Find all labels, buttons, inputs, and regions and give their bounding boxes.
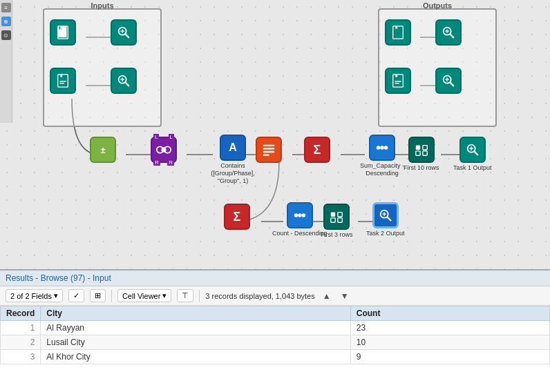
cell-count: 10	[350, 335, 549, 350]
sample1-label: First 10 rows	[404, 164, 439, 172]
table-row: 1 Al Rayyan 23	[1, 321, 550, 335]
table-header-row: Record City Count	[1, 306, 550, 321]
cell-count: 23	[350, 321, 549, 335]
node-select1[interactable]	[256, 137, 282, 163]
out-input2-icon[interactable]	[385, 68, 411, 94]
col-count: Count	[350, 306, 549, 321]
results-title: Results - Browse (97) - Input	[6, 273, 111, 283]
grid-btn[interactable]: ⊞	[90, 289, 106, 302]
svg-rect-36	[416, 151, 420, 155]
viewer-label: Cell Viewer	[122, 292, 160, 300]
svg-rect-54	[331, 213, 335, 217]
fields-label: 2 of 2 Fields	[10, 292, 52, 300]
side-btn-2[interactable]: ⊕	[1, 17, 11, 26]
join-icon[interactable]: L L R R	[151, 137, 177, 163]
cell-record: 3	[1, 350, 41, 364]
node-formula[interactable]: ±	[90, 137, 116, 163]
svg-point-31	[377, 146, 381, 150]
results-toolbar: 2 of 2 Fields ▾ ✓ ⊞ Cell Viewer ▾ ⊤ 3 re…	[0, 286, 550, 306]
sep2	[199, 290, 200, 302]
svg-point-33	[384, 146, 388, 150]
svg-rect-34	[416, 146, 420, 150]
outputs-group-label: Outputs	[423, 1, 452, 10]
out-input1-icon[interactable]	[385, 19, 411, 46]
cell-count: 9	[350, 350, 549, 364]
inputs-group-label: Inputs	[91, 1, 114, 10]
out-browse2-icon[interactable]	[435, 68, 462, 94]
fields-dropdown[interactable]: 2 of 2 Fields ▾	[6, 289, 63, 302]
formula-icon[interactable]: ±	[90, 137, 116, 163]
svg-rect-30	[263, 154, 269, 155]
node-out-browse2[interactable]	[435, 68, 462, 94]
select1-icon[interactable]	[256, 137, 282, 163]
node-out-input1[interactable]	[385, 19, 411, 46]
sample1-icon[interactable]	[408, 137, 435, 163]
side-btn-3[interactable]: ⊙	[1, 30, 11, 40]
node-input2[interactable]	[50, 68, 76, 94]
input2-icon[interactable]	[50, 68, 76, 94]
cell-city: Al Rayyan	[41, 321, 350, 335]
filter-label: Contains ([Group/Phase], "Group", 1)	[202, 162, 264, 184]
node-sum2[interactable]: Σ	[224, 204, 250, 230]
svg-rect-18	[58, 75, 68, 87]
table-row: 3 Al Khor City 9	[1, 350, 550, 364]
svg-rect-28	[263, 148, 275, 149]
output1-icon[interactable]	[459, 137, 486, 163]
results-table: Record City Count 1 Al Rayyan 23 2 Lusai…	[0, 306, 550, 364]
side-btn-1[interactable]: ≡	[1, 3, 11, 12]
node-sample1[interactable]: First 10 rows	[404, 137, 439, 172]
node-browse2[interactable]	[111, 68, 137, 94]
check-btn[interactable]: ✓	[68, 289, 84, 302]
col-city: City	[41, 306, 350, 321]
output1-label: Task 1 Output	[453, 164, 492, 172]
input1-icon[interactable]	[50, 19, 76, 46]
svg-rect-56	[331, 218, 335, 222]
table-row: 2 Lusail City 10	[1, 335, 550, 350]
svg-point-52	[298, 213, 302, 217]
browse1-icon[interactable]	[111, 19, 137, 46]
sum1-icon[interactable]: Σ	[304, 137, 330, 163]
svg-rect-27	[263, 145, 275, 146]
node-browse1[interactable]	[111, 19, 137, 46]
cell-city: Lusail City	[41, 335, 350, 350]
output2-icon[interactable]	[372, 202, 399, 228]
node-join[interactable]: L L R R	[151, 137, 177, 163]
sep1	[111, 290, 112, 302]
records-info: 3 records displayed, 1,043 bytes	[205, 292, 314, 300]
node-sort2[interactable]: Count - Descending	[272, 202, 328, 237]
table-container: Record City Count 1 Al Rayyan 23 2 Lusai…	[0, 306, 550, 364]
node-output2[interactable]: Task 2 Output	[366, 202, 405, 237]
node-out-browse1[interactable]	[435, 19, 462, 46]
sort-down-btn[interactable]: ▼	[339, 291, 351, 302]
out-browse1-icon[interactable]	[435, 19, 462, 46]
svg-point-51	[294, 213, 298, 217]
browse2-icon[interactable]	[111, 68, 137, 94]
node-input1[interactable]	[50, 19, 76, 46]
col-record: Record	[1, 306, 41, 321]
svg-rect-41	[393, 26, 404, 39]
sort1-icon[interactable]	[369, 135, 395, 161]
svg-rect-57	[338, 218, 342, 222]
sort1-label: Sum_Capacity - Descending	[354, 162, 410, 177]
svg-rect-37	[423, 151, 427, 155]
node-sample2[interactable]: First 3 rows	[321, 204, 353, 239]
filter-icon[interactable]: A	[220, 135, 246, 161]
filter-btn[interactable]: ⊤	[177, 289, 193, 302]
node-sort1[interactable]: Sum_Capacity - Descending	[354, 135, 410, 177]
cell-city: Al Khor City	[41, 350, 350, 364]
cell-viewer-dropdown[interactable]: Cell Viewer ▾	[117, 289, 171, 302]
node-filter[interactable]: A Contains ([Group/Phase], "Group", 1)	[202, 135, 264, 184]
table-body: 1 Al Rayyan 23 2 Lusail City 10 3 Al Kho…	[1, 321, 550, 364]
cell-record: 1	[1, 321, 41, 335]
results-header: Results - Browse (97) - Input	[0, 271, 550, 286]
fields-chevron-icon: ▾	[54, 291, 58, 300]
side-toolbar: ≡ ⊕ ⊙	[0, 0, 12, 123]
sample2-icon[interactable]	[323, 204, 350, 230]
node-sum1[interactable]: Σ	[304, 137, 330, 163]
node-out-input2[interactable]	[385, 68, 411, 94]
node-output1[interactable]: Task 1 Output	[453, 137, 492, 172]
sort2-icon[interactable]	[287, 202, 313, 228]
svg-rect-55	[338, 213, 342, 217]
sort-up-btn[interactable]: ▲	[321, 291, 333, 302]
sum2-icon[interactable]: Σ	[224, 204, 250, 230]
